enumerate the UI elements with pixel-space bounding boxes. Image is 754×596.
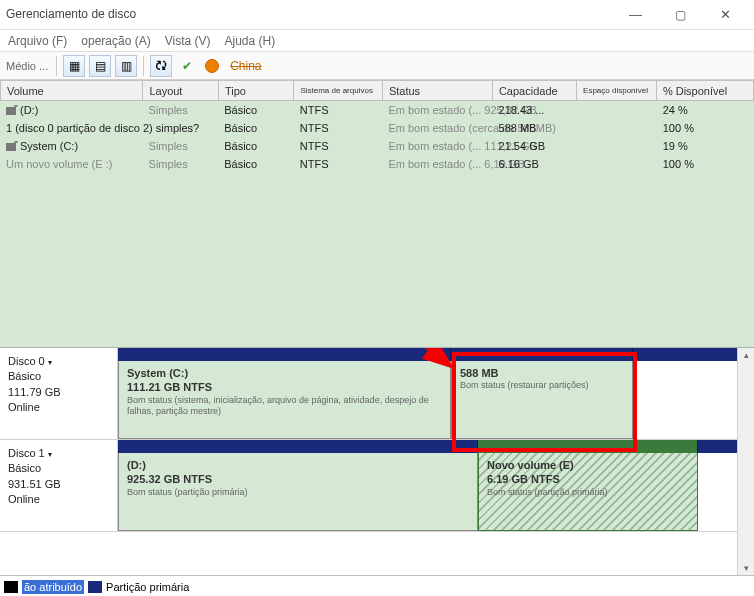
cell-fs: NTFS (294, 137, 383, 155)
cell-type: Básico (218, 155, 294, 173)
col-free[interactable]: Espaço disponível (577, 81, 657, 101)
col-layout[interactable]: Layout (143, 81, 219, 101)
toolbar-decor-text: China (228, 59, 263, 73)
cell-status: Em bom estado (... 925,32 GB (382, 101, 492, 119)
cell-pct: 24 % (657, 101, 754, 119)
cell-fs: NTFS (294, 101, 383, 119)
menu-action[interactable]: operação (A) (77, 32, 154, 50)
table-row[interactable]: System (C:)SimplesBásicoNTFSEm bom estad… (0, 137, 754, 155)
col-type[interactable]: Tipo (218, 81, 294, 101)
cell-status: Em bom estado (... 6,19 GB (382, 155, 492, 173)
cell-volume: 1 (disco 0 partição de disco 2) simples? (0, 119, 143, 137)
graphical-disk-area: Disco 0 ▾Básico111.79 GBOnlineSystem (C:… (0, 347, 754, 575)
cell-layout: Simples (143, 137, 219, 155)
vertical-scrollbar[interactable]: ▴ ▾ (737, 348, 754, 575)
legend-bar: ão atribuído Partição primária (0, 575, 754, 596)
cell-capacity: 6.16 GB (493, 155, 577, 173)
disk-partitions: System (C:)111.21 GB NTFSBom status (sis… (118, 348, 754, 439)
menu-file[interactable]: Arquivo (F) (4, 32, 71, 50)
disk-row-disk0: Disco 0 ▾Básico111.79 GBOnlineSystem (C:… (0, 348, 754, 440)
explorer-icon (205, 59, 219, 73)
window-close-button[interactable] (703, 3, 748, 27)
volume-table-body[interactable]: (D:)SimplesBásicoNTFSEm bom estado (... … (0, 101, 754, 347)
toolbar-button-2[interactable]: ▤ (89, 55, 111, 77)
disk-row-disk1: Disco 1 ▾Básico931.51 GBOnline(D:)925.32… (0, 440, 754, 532)
drive-icon (6, 143, 16, 151)
toolbar-button-1[interactable]: ▦ (63, 55, 85, 77)
scroll-up-icon[interactable]: ▴ (744, 348, 749, 362)
layout2-icon: ▥ (121, 59, 132, 73)
cell-layout: Simples (143, 101, 219, 119)
volume-table: Volume Layout Tipo Sistema de arquivos S… (0, 80, 754, 101)
partition[interactable]: Novo volume (E)6.19 GB NTFSBom status (p… (478, 453, 698, 531)
legend-unalloc: ão atribuído (22, 580, 84, 594)
cell-status: Em bom estado (... 111,21 GB (382, 137, 492, 155)
scroll-down-icon[interactable]: ▾ (744, 561, 749, 575)
table-row[interactable]: 1 (disco 0 partição de disco 2) simples?… (0, 119, 754, 137)
cell-free (577, 101, 657, 119)
window-maximize-button[interactable] (658, 3, 703, 27)
menu-view[interactable]: Vista (V) (161, 32, 215, 50)
check-icon: ✔ (182, 59, 192, 73)
partition[interactable]: (D:)925.32 GB NTFSBom status (partição p… (118, 453, 478, 531)
menubar: Arquivo (F) operação (A) Vista (V) Ajuda… (0, 30, 754, 52)
cell-capacity: 588 MB (493, 119, 577, 137)
toolbar-button-check[interactable]: ✔ (176, 55, 198, 77)
toolbar-left-label[interactable]: Médio ... (4, 60, 50, 72)
cell-volume: Um novo volume (E :) (0, 155, 143, 173)
table-row[interactable]: Um novo volume (E :)SimplesBásicoNTFSEm … (0, 155, 754, 173)
legend-swatch-unalloc (4, 581, 18, 593)
col-capacity[interactable]: Capacidade (492, 81, 576, 101)
cell-pct: 100 % (657, 119, 754, 137)
toolbar-button-refresh[interactable]: 🗘 (150, 55, 172, 77)
refresh-icon: 🗘 (155, 59, 167, 73)
cell-type: Básico (218, 119, 294, 137)
menu-help[interactable]: Ajuda (H) (221, 32, 280, 50)
table-row[interactable]: (D:)SimplesBásicoNTFSEm bom estado (... … (0, 101, 754, 119)
disk-label: Disco 1 ▾Básico931.51 GBOnline (0, 440, 118, 531)
cell-type: Básico (218, 101, 294, 119)
window-title: Gerenciamento de disco (6, 7, 136, 21)
toolbar: Médio ... ▦ ▤ ▥ 🗘 ✔ China (0, 52, 754, 80)
cell-free (577, 155, 657, 173)
col-pct[interactable]: % Disponível (656, 81, 753, 101)
col-status[interactable]: Status (382, 81, 492, 101)
col-fs[interactable]: Sistema de arquivos (294, 81, 382, 101)
cell-free (577, 137, 657, 155)
grid-icon: ▦ (69, 59, 80, 73)
cell-capacity: 218.43 ... (493, 101, 577, 119)
cell-volume: (D:) (0, 101, 143, 119)
titlebar: Gerenciamento de disco (0, 0, 754, 30)
partition[interactable]: System (C:)111.21 GB NTFSBom status (sis… (118, 361, 451, 439)
cell-capacity: 21.54 GB (493, 137, 577, 155)
toolbar-button-3[interactable]: ▥ (115, 55, 137, 77)
cell-status: Em bom estado (cerca de 588MB) (382, 119, 492, 137)
cell-layout: Simples (143, 155, 219, 173)
cell-fs: NTFS (294, 119, 383, 137)
legend-swatch-primary (88, 581, 102, 593)
cell-fs: NTFS (294, 155, 383, 173)
toolbar-button-explorer[interactable] (202, 55, 224, 77)
cell-volume: System (C:) (0, 137, 143, 155)
legend-primary: Partição primária (106, 581, 189, 593)
partition[interactable]: 588 MBBom status (restaurar partições) (451, 361, 633, 439)
window-minimize-button[interactable] (613, 3, 658, 27)
disk-label: Disco 0 ▾Básico111.79 GBOnline (0, 348, 118, 439)
cell-type: Básico (218, 137, 294, 155)
cell-pct: 100 % (657, 155, 754, 173)
cell-pct: 19 % (657, 137, 754, 155)
col-volume[interactable]: Volume (1, 81, 143, 101)
cell-free (577, 119, 657, 137)
layout-icon: ▤ (95, 59, 106, 73)
disk-partitions: (D:)925.32 GB NTFSBom status (partição p… (118, 440, 754, 531)
drive-icon (6, 107, 16, 115)
